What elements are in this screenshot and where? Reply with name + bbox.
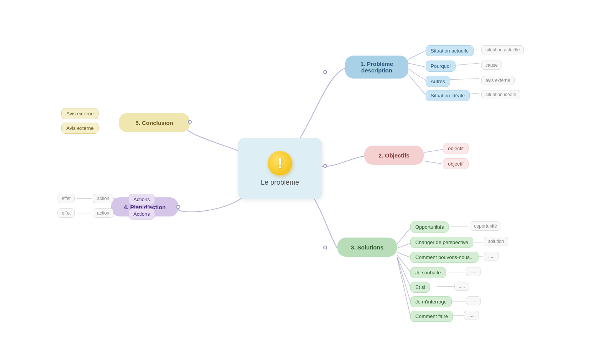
- svg-line-12: [397, 252, 410, 257]
- leaf-action-2: action: [93, 208, 114, 218]
- dot-branch1: [323, 70, 327, 74]
- svg-line-13: [397, 255, 410, 272]
- svg-line-0: [408, 51, 426, 59]
- sub-node-changer-perspective[interactable]: Changer de perspective: [410, 237, 473, 248]
- branch-2-node[interactable]: 2. Objectifs: [364, 146, 424, 165]
- branch-5-node[interactable]: 5. Conclusion: [119, 113, 190, 132]
- sub-node-comment-pouvons[interactable]: Comment pouvons-nous...: [410, 252, 479, 263]
- sub-node-pourquoi[interactable]: Pourquoi: [426, 61, 456, 72]
- svg-line-11: [397, 243, 410, 248]
- leaf-situation-ideale: situation idéale: [481, 90, 520, 99]
- leaf-dots-5: .....: [464, 311, 479, 320]
- sub-node-objectif-2[interactable]: objectif: [443, 158, 469, 169]
- svg-line-14: [397, 257, 410, 287]
- leaf-effet-2: effet: [58, 208, 75, 218]
- dot-branch3: [323, 246, 327, 249]
- sub-node-et-si[interactable]: Et si: [410, 282, 430, 293]
- svg-line-10: [397, 228, 410, 244]
- leaf-cause: cause: [481, 61, 502, 70]
- sub-node-situation-ideale[interactable]: Situation idéale: [426, 90, 470, 101]
- svg-line-6: [447, 79, 479, 80]
- branch-1-node[interactable]: 1. Problèmedescription: [345, 56, 408, 79]
- sub-node-comment-faire[interactable]: Comment faire: [410, 311, 453, 322]
- sub-node-objectif-1[interactable]: objectif: [443, 143, 469, 154]
- sub-node-autres[interactable]: Autres: [426, 76, 450, 87]
- central-node[interactable]: ! Le problème: [238, 138, 322, 199]
- dot-branch5: [188, 120, 192, 124]
- leaf-dots-3: .....: [454, 282, 469, 291]
- branch-3-node[interactable]: 3. Solutions: [337, 238, 397, 257]
- sub-node-avis-externe-1[interactable]: Avis externe: [61, 108, 99, 119]
- leaf-opportunite: opportunité: [470, 221, 501, 231]
- sub-node-opportunites[interactable]: Opportunités: [410, 221, 449, 233]
- svg-line-2: [408, 69, 426, 80]
- exclaim-icon: !: [268, 151, 292, 175]
- leaf-dots-4: .....: [466, 296, 481, 305]
- svg-line-15: [397, 257, 410, 301]
- svg-line-9: [424, 161, 443, 164]
- leaf-effet-1: effet: [58, 194, 75, 203]
- dot-branch4: [176, 205, 180, 209]
- sub-node-je-interroge[interactable]: Je m'interroge: [410, 296, 452, 307]
- central-label: Le problème: [261, 179, 299, 187]
- svg-line-3: [408, 75, 426, 95]
- leaf-action-1: action: [93, 194, 114, 203]
- svg-line-16: [397, 257, 410, 316]
- svg-line-8: [424, 149, 443, 152]
- sub-node-actions-1[interactable]: Actions: [128, 194, 155, 205]
- leaf-solution: solution: [484, 237, 508, 246]
- leaf-avis-externe-1: avis externe: [481, 76, 515, 85]
- leaf-situation-actuelle: situation actuelle: [481, 45, 524, 54]
- svg-line-1: [408, 63, 426, 67]
- sub-node-actions-2[interactable]: Actions: [128, 208, 155, 220]
- leaf-dots-2: .....: [466, 267, 481, 276]
- sub-node-avis-externe-2[interactable]: Avis externe: [61, 123, 99, 134]
- dot-branch2: [323, 164, 327, 168]
- sub-node-je-souhaite[interactable]: Je souhaite: [410, 267, 446, 278]
- sub-node-situation-actuelle[interactable]: Situation actuelle: [426, 45, 474, 56]
- leaf-dots-1: .....: [484, 252, 499, 261]
